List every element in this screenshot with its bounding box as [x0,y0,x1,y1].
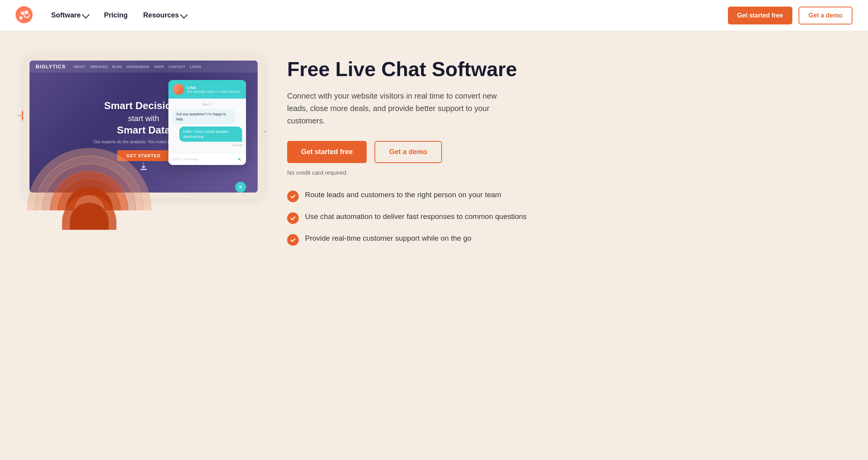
agent-name: Lisa [187,85,241,90]
chat-message-user: Hello! I have a quick question about pri… [179,127,242,142]
chat-input[interactable]: Write a message [172,157,237,161]
agent-avatar [173,84,184,95]
website-nav-items: ABOUT SERVICES BLOG KNOWLEDGE SHOP CONTA… [73,65,201,69]
nav-links: Software Pricing Resources [45,8,728,23]
nav-pricing[interactable]: Pricing [98,8,134,23]
chat-footer[interactable]: Write a message [168,153,246,165]
website-nav: BIGLYTICS ABOUT SERVICES BLOG KNOWLEDGE … [29,61,258,73]
hero-section: BIGLYTICS ABOUT SERVICES BLOG KNOWLEDGE … [0,31,868,261]
check-icon-1 [287,191,299,202]
feature-item-2: Use chat automation to deliver fast resp… [287,212,837,224]
hero-left: BIGLYTICS ABOUT SERVICES BLOG KNOWLEDGE … [23,54,264,199]
chat-send-area [237,156,242,162]
check-icon-2 [287,212,299,224]
svg-point-2 [19,16,23,19]
hero-cta-group: Get started free Get a demo [287,141,837,163]
hero-get-started-button[interactable]: Get started free [287,141,367,163]
chat-body: May 17 Got any questions? I'm happy to h… [168,99,246,153]
nav-ctas: Get started free Get a demo [728,7,852,24]
website-logo: BIGLYTICS [36,64,66,69]
chat-widget: Lisa We typically reply in a few minutes… [168,80,246,165]
feature-item-3: Provide real-time customer support while… [287,233,837,246]
hero-description: Connect with your website visitors in re… [287,90,512,127]
hubspot-logo[interactable] [16,6,33,25]
no-credit-card-text: No credit card required. [287,169,837,176]
svg-point-1 [24,10,28,14]
nav-software[interactable]: Software [45,8,95,23]
feature-item-1: Route leads and customers to the right p… [287,190,837,202]
chat-message-agent: Got any questions? I'm happy to help. [172,109,235,124]
feature-text-3: Provide real-time customer support while… [305,233,471,244]
nav-get-started-button[interactable]: Get started free [728,7,792,24]
chat-timestamp: 4:12 PM [172,144,242,147]
feature-text-2: Use chat automation to deliver fast resp… [305,212,527,222]
rainbow-decoration [12,113,167,230]
chevron-down-icon [180,11,188,19]
hero-get-demo-button[interactable]: Get a demo [374,141,442,163]
agent-status: We typically reply in a few minutes. [187,90,241,94]
chat-header: Lisa We typically reply in a few minutes… [168,80,246,99]
nav-get-demo-button[interactable]: Get a demo [799,7,852,24]
feature-list: Route leads and customers to the right p… [287,190,837,246]
nav-resources[interactable]: Resources [137,8,193,23]
navbar: Software Pricing Resources Get started f… [0,0,868,31]
hero-title: Free Live Chat Software [287,58,837,80]
chat-date: May 17 [172,102,242,106]
feature-text-1: Route leads and customers to the right p… [305,190,501,200]
chat-close-button[interactable]: ✕ [235,182,246,193]
hero-right: Free Live Chat Software Connect with you… [287,54,837,246]
check-icon-3 [287,234,299,246]
chevron-down-icon [82,11,90,19]
